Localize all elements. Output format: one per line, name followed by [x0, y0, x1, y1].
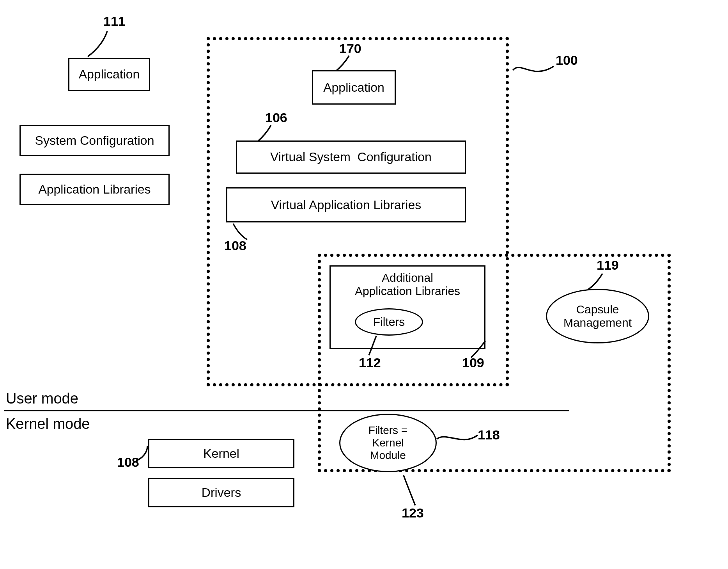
ref-119: 119 [597, 258, 619, 273]
box-virtual-application-libraries-label: Virtual Application Libraries [271, 198, 421, 212]
box-application-left: Application [68, 58, 150, 91]
ellipse-filters: Filters [355, 308, 423, 336]
box-application-left-label: Application [79, 67, 140, 82]
mode-divider [4, 410, 569, 411]
diagram-canvas: 111 Application System Configuration App… [0, 0, 728, 569]
box-drivers-label: Drivers [202, 485, 241, 500]
box-additional-application-libraries-label: Additional Application Libraries [355, 271, 460, 298]
box-kernel-label: Kernel [203, 446, 239, 461]
box-application-libraries: Application Libraries [19, 174, 170, 205]
box-drivers: Drivers [148, 478, 294, 507]
box-virtual-system-configuration-label: Virtual System Configuration [270, 150, 432, 164]
ellipse-filters-label: Filters [373, 315, 405, 329]
box-virtual-application-libraries: Virtual Application Libraries [226, 187, 466, 222]
ref-108-upper: 108 [224, 238, 246, 253]
ellipse-capsule-management-label: Capsule Management [563, 303, 632, 330]
ellipse-filters-kernel-module: Filters = Kernel Module [339, 414, 437, 472]
box-application-right: Application [312, 70, 396, 105]
ref-100: 100 [556, 53, 578, 68]
ref-170: 170 [339, 41, 361, 56]
box-system-configuration-label: System Configuration [35, 133, 154, 148]
ellipse-capsule-management: Capsule Management [546, 289, 649, 343]
box-virtual-system-configuration: Virtual System Configuration [236, 140, 466, 174]
label-user-mode: User mode [6, 390, 78, 407]
ref-109: 109 [462, 355, 484, 370]
ref-108-lower: 108 [117, 455, 139, 470]
ellipse-filters-kernel-module-label: Filters = Kernel Module [368, 424, 407, 462]
ref-111: 111 [103, 14, 126, 29]
lead-100 [511, 59, 558, 82]
ref-118: 118 [478, 427, 500, 443]
lead-111 [82, 29, 129, 60]
box-additional-application-libraries: Additional Application Libraries [329, 265, 485, 349]
ref-112: 112 [359, 355, 381, 370]
label-kernel-mode: Kernel mode [6, 416, 90, 432]
lead-123 [398, 474, 421, 507]
ref-123: 123 [402, 505, 424, 521]
box-application-libraries-label: Application Libraries [38, 182, 151, 197]
box-system-configuration: System Configuration [19, 125, 170, 156]
ref-106: 106 [265, 110, 287, 125]
box-application-right-label: Application [323, 80, 384, 95]
box-kernel: Kernel [148, 439, 294, 468]
